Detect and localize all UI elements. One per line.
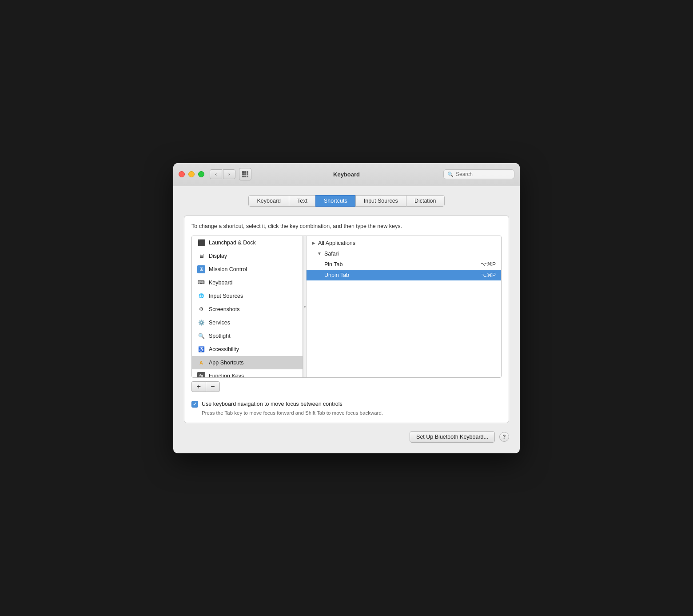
sidebar-item-launchpad[interactable]: ⬛ Launchpad & Dock [192,236,303,249]
sidebar-item-accessibility[interactable]: ♿ Accessibility [192,343,303,356]
pin-tab-shortcut: ⌥⌘P [481,261,496,268]
sidebar-item-input-sources[interactable]: 🌐 Input Sources [192,289,303,303]
nav-buttons: ‹ › [210,169,235,179]
sidebar-label-app-shortcuts: App Shortcuts [209,360,244,366]
tree-item-all-apps[interactable]: ▶ All Applications [307,238,501,248]
unpin-tab-label: Unpin Tab [324,272,349,278]
safari-arrow: ▼ [317,251,322,256]
traffic-lights [179,171,204,177]
right-pane: ▶ All Applications ▼ Safari [307,236,501,377]
search-box[interactable]: 🔍 [443,169,514,179]
divider-dot [304,306,306,308]
minimize-button[interactable] [188,171,195,177]
add-button[interactable]: + [191,381,206,392]
search-input[interactable] [456,171,510,177]
screenshots-icon: ⚙ [197,305,205,313]
left-pane: ⬛ Launchpad & Dock 🖥 Display ⊞ Mission C… [192,236,303,377]
input-sources-icon: 🌐 [197,292,205,300]
sidebar-label-function-keys: Function Keys [209,373,244,377]
sidebar-item-keyboard[interactable]: ⌨ Keyboard [192,276,303,289]
window-title: Keyboard [333,171,360,178]
divider-handle[interactable] [303,236,307,377]
tree-item-unpin-tab[interactable]: Unpin Tab ⌥⌘P [307,270,501,280]
add-remove-buttons: + − [191,381,502,392]
grid-icon [242,171,248,177]
forward-button[interactable]: › [223,169,235,179]
mission-icon: ⊞ [197,265,205,273]
tab-bar: Keyboard Text Shortcuts Input Sources Di… [184,195,509,207]
bottom-section: ✓ Use keyboard navigation to move focus … [191,401,502,416]
sidebar-item-services[interactable]: ⚙️ Services [192,316,303,329]
function-keys-icon: fn [197,372,205,377]
checkbox-check-icon: ✓ [193,401,197,407]
sidebar-label-launchpad: Launchpad & Dock [209,240,256,246]
tab-keyboard[interactable]: Keyboard [248,195,289,207]
help-button[interactable]: ? [499,432,509,442]
shortcut-tree: ▶ All Applications ▼ Safari [307,236,501,282]
pin-tab-label: Pin Tab [324,261,343,268]
add-remove-container: + − [191,381,502,392]
nav-checkbox[interactable]: ✓ [191,401,198,408]
grid-button[interactable] [239,168,251,180]
unpin-tab-shortcut: ⌥⌘P [481,272,496,278]
sidebar-label-display: Display [209,253,227,259]
sidebar-item-spotlight[interactable]: 🔍 Spotlight [192,329,303,343]
sidebar-item-app-shortcuts[interactable]: A App Shortcuts [192,356,303,369]
hint-text: Press the Tab key to move focus forward … [202,410,502,416]
sidebar-label-accessibility: Accessibility [209,346,239,352]
split-pane: ⬛ Launchpad & Dock 🖥 Display ⊞ Mission C… [191,236,502,378]
checkbox-row: ✓ Use keyboard navigation to move focus … [191,401,502,408]
sidebar-label-input: Input Sources [209,293,243,299]
sidebar-label-services: Services [209,320,230,326]
titlebar: ‹ › Keyboard 🔍 [173,163,520,186]
keyboard-preferences-window: ‹ › Keyboard 🔍 Keyboard Text Shortcuts I… [173,163,520,453]
sidebar-label-mission: Mission Control [209,266,247,272]
content-area: Keyboard Text Shortcuts Input Sources Di… [173,186,520,453]
tab-shortcuts[interactable]: Shortcuts [315,195,355,207]
sidebar-item-display[interactable]: 🖥 Display [192,249,303,263]
launchpad-icon: ⬛ [197,239,205,247]
all-apps-label: All Applications [318,240,355,246]
sidebar-item-screenshots[interactable]: ⚙ Screenshots [192,303,303,316]
sidebar-label-spotlight: Spotlight [209,333,231,339]
display-icon: 🖥 [197,252,205,260]
instruction-text: To change a shortcut, select it, click t… [191,223,502,229]
close-button[interactable] [179,171,185,177]
tab-text[interactable]: Text [289,195,315,207]
safari-label: Safari [324,251,339,257]
remove-button[interactable]: − [206,381,220,392]
keyboard-icon: ⌨ [197,279,205,287]
sidebar-label-keyboard: Keyboard [209,280,233,286]
tree-item-safari[interactable]: ▼ Safari [307,248,501,259]
sidebar-item-function-keys[interactable]: fn Function Keys [192,369,303,377]
back-button[interactable]: ‹ [210,169,222,179]
maximize-button[interactable] [198,171,204,177]
search-icon: 🔍 [447,172,454,177]
checkbox-label: Use keyboard navigation to move focus be… [202,401,343,407]
main-panel: To change a shortcut, select it, click t… [184,216,509,423]
sidebar-item-mission[interactable]: ⊞ Mission Control [192,263,303,276]
tab-input-sources[interactable]: Input Sources [355,195,406,207]
sidebar-label-screenshots: Screenshots [209,306,239,312]
spotlight-icon: 🔍 [197,332,205,340]
bluetooth-button[interactable]: Set Up Bluetooth Keyboard... [410,431,495,443]
footer: Set Up Bluetooth Keyboard... ? [184,431,509,443]
app-shortcuts-icon: A [197,359,205,367]
services-icon: ⚙️ [197,319,205,327]
tree-item-pin-tab[interactable]: Pin Tab ⌥⌘P [307,259,501,270]
accessibility-icon: ♿ [197,345,205,353]
all-apps-arrow: ▶ [312,240,315,245]
tab-dictation[interactable]: Dictation [406,195,445,207]
